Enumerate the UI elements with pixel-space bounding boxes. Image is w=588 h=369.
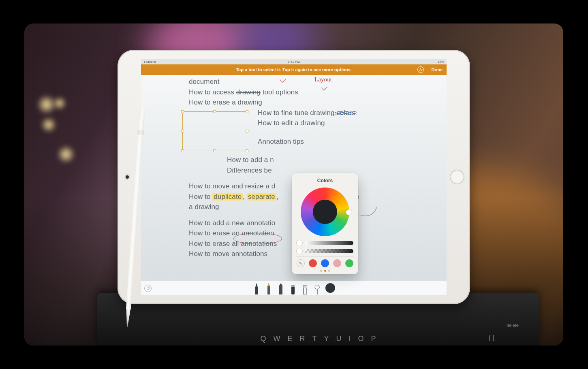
ipad-screen: T-Mobile 6:41 PM 18% Tap a tool to selec… bbox=[141, 59, 447, 295]
svg-rect-0 bbox=[279, 286, 282, 294]
key: U bbox=[336, 335, 342, 343]
key-delete: delete bbox=[507, 323, 519, 328]
doc-line: How to add a n bbox=[227, 155, 437, 165]
color-wheel[interactable] bbox=[301, 188, 349, 236]
wheel-knob[interactable] bbox=[346, 209, 352, 215]
photo-card: delete { [ QWERTYUIOP T-Mobile 6:41 PM 1… bbox=[24, 23, 563, 346]
key: E bbox=[287, 335, 292, 343]
ipad-device: T-Mobile 6:41 PM 18% Tap a tool to selec… bbox=[118, 50, 470, 304]
markup-tip-bar: Tap a tool to select it. Tap it again to… bbox=[141, 64, 447, 75]
status-time: 6:41 PM bbox=[288, 60, 300, 64]
key: O bbox=[358, 335, 364, 343]
doc-line: Annotation tips bbox=[258, 137, 437, 147]
doc-line: How to access drawing tool options bbox=[189, 87, 437, 98]
current-color-swatch[interactable] bbox=[325, 283, 335, 293]
doc-line: How to fine tune drawing colors bbox=[258, 108, 437, 118]
key: P bbox=[371, 335, 376, 343]
ios-status-bar: T-Mobile 6:41 PM 18% bbox=[141, 59, 447, 64]
popover-title: Colors bbox=[296, 177, 354, 184]
svg-rect-4 bbox=[304, 286, 307, 288]
svg-point-5 bbox=[315, 285, 320, 289]
handwritten-annotation: Layout bbox=[314, 75, 332, 84]
fill-tool[interactable] bbox=[289, 282, 297, 294]
doc-line: How to erase a drawing bbox=[189, 97, 437, 108]
home-button[interactable] bbox=[450, 170, 464, 184]
color-swatch[interactable] bbox=[345, 259, 353, 267]
done-button[interactable]: Done bbox=[432, 67, 443, 72]
lasso-tool[interactable] bbox=[313, 282, 321, 294]
tip-text: Tap a tool to select it. Tap it again to… bbox=[236, 67, 352, 72]
eyedropper-icon[interactable]: ✎ bbox=[297, 259, 305, 267]
eraser-tool[interactable] bbox=[301, 282, 309, 294]
pencil-tool[interactable] bbox=[265, 282, 273, 294]
markup-icon[interactable]: A bbox=[417, 66, 424, 73]
pen-tool[interactable] bbox=[252, 282, 261, 294]
document-canvas[interactable]: document How to access drawing tool opti… bbox=[141, 75, 447, 281]
brightness-slider[interactable] bbox=[297, 240, 353, 246]
status-carrier: T-Mobile bbox=[143, 60, 156, 64]
crayon-tool[interactable] bbox=[277, 282, 285, 294]
color-swatch[interactable] bbox=[333, 259, 341, 267]
svg-rect-2 bbox=[291, 285, 295, 287]
color-swatch[interactable] bbox=[309, 259, 317, 267]
key: W bbox=[273, 335, 280, 343]
key: Q bbox=[260, 335, 266, 343]
key: T bbox=[312, 335, 316, 343]
key: R bbox=[299, 335, 305, 343]
colors-popover[interactable]: Colors ✎ bbox=[292, 173, 358, 274]
doc-line: How to edit a drawing bbox=[258, 118, 437, 128]
key: I bbox=[349, 335, 351, 343]
color-swatch[interactable] bbox=[321, 259, 329, 267]
undo-icon[interactable]: ↺ bbox=[144, 285, 152, 292]
status-battery: 18% bbox=[438, 60, 444, 64]
popover-pager[interactable] bbox=[296, 270, 354, 272]
doc-line: document bbox=[189, 77, 437, 87]
key: Y bbox=[324, 335, 329, 343]
drawing-tool-tray: ↺ bbox=[141, 281, 447, 295]
front-camera bbox=[126, 175, 129, 179]
oval-annotation-icon bbox=[233, 233, 282, 244]
opacity-slider[interactable] bbox=[297, 248, 353, 254]
selection-rectangle[interactable] bbox=[182, 111, 247, 151]
